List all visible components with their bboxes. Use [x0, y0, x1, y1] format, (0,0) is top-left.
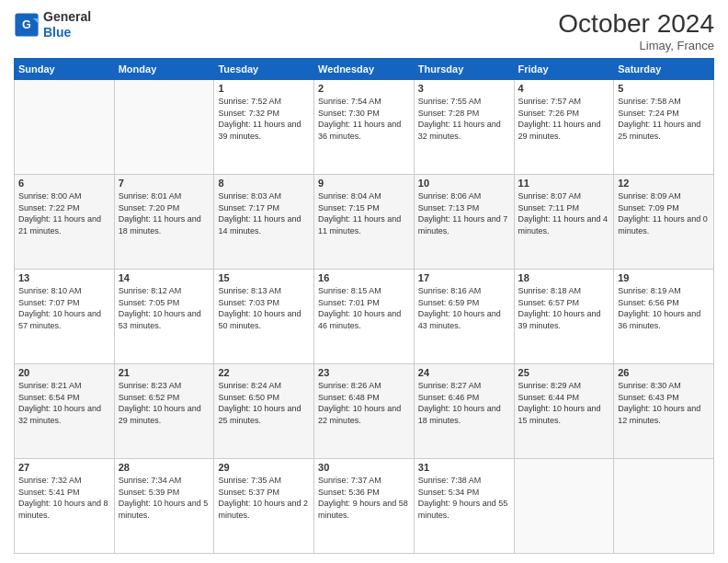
calendar-cell: 31Sunrise: 7:38 AMSunset: 5:34 PMDayligh…: [414, 459, 514, 554]
calendar-cell: 28Sunrise: 7:34 AMSunset: 5:39 PMDayligh…: [114, 459, 214, 554]
day-info: Sunrise: 7:34 AMSunset: 5:39 PMDaylight:…: [119, 475, 210, 521]
logo-line2: Blue: [43, 25, 91, 40]
calendar-cell: 15Sunrise: 8:13 AMSunset: 7:03 PMDayligh…: [214, 270, 314, 364]
page: G General Blue October 2024 Limay, Franc…: [0, 0, 728, 563]
day-number: 28: [119, 462, 210, 473]
calendar-week-row: 20Sunrise: 8:21 AMSunset: 6:54 PMDayligh…: [15, 364, 714, 459]
calendar-week-row: 6Sunrise: 8:00 AMSunset: 7:22 PMDaylight…: [15, 175, 714, 270]
day-number: 30: [318, 462, 410, 473]
day-header-sunday: Sunday: [15, 59, 115, 80]
day-info: Sunrise: 7:58 AMSunset: 7:24 PMDaylight:…: [618, 96, 710, 142]
day-number: 10: [418, 178, 510, 189]
logo: G General Blue: [14, 9, 91, 40]
day-number: 3: [418, 83, 510, 94]
calendar-week-row: 1Sunrise: 7:52 AMSunset: 7:32 PMDaylight…: [15, 80, 714, 175]
day-info: Sunrise: 8:12 AMSunset: 7:05 PMDaylight:…: [119, 285, 210, 331]
day-header-thursday: Thursday: [414, 59, 514, 80]
calendar-cell: 25Sunrise: 8:29 AMSunset: 6:44 PMDayligh…: [514, 364, 614, 459]
calendar-week-row: 27Sunrise: 7:32 AMSunset: 5:41 PMDayligh…: [15, 459, 714, 554]
day-info: Sunrise: 8:30 AMSunset: 6:43 PMDaylight:…: [618, 380, 710, 426]
calendar-cell: [15, 80, 115, 175]
day-number: 16: [318, 272, 410, 283]
day-info: Sunrise: 7:37 AMSunset: 5:36 PMDaylight:…: [318, 475, 410, 521]
day-info: Sunrise: 7:32 AMSunset: 5:41 PMDaylight:…: [18, 475, 110, 521]
day-number: 24: [418, 367, 510, 378]
day-number: 2: [318, 83, 410, 94]
day-info: Sunrise: 8:07 AMSunset: 7:11 PMDaylight:…: [518, 190, 610, 236]
day-info: Sunrise: 7:52 AMSunset: 7:32 PMDaylight:…: [218, 96, 310, 142]
day-info: Sunrise: 8:00 AMSunset: 7:22 PMDaylight:…: [18, 190, 110, 236]
calendar-cell: [114, 80, 214, 175]
day-info: Sunrise: 8:10 AMSunset: 7:07 PMDaylight:…: [18, 285, 110, 331]
day-number: 21: [119, 367, 210, 378]
day-info: Sunrise: 8:26 AMSunset: 6:48 PMDaylight:…: [318, 380, 410, 426]
day-number: 7: [119, 178, 210, 189]
day-number: 4: [518, 83, 610, 94]
day-number: 17: [418, 272, 510, 283]
day-info: Sunrise: 7:38 AMSunset: 5:34 PMDaylight:…: [418, 475, 510, 521]
day-number: 1: [218, 83, 310, 94]
calendar-cell: 7Sunrise: 8:01 AMSunset: 7:20 PMDaylight…: [114, 175, 214, 270]
day-header-friday: Friday: [514, 59, 614, 80]
title-section: October 2024 Limay, France: [558, 9, 714, 52]
day-number: 8: [218, 178, 310, 189]
calendar-cell: 16Sunrise: 8:15 AMSunset: 7:01 PMDayligh…: [314, 270, 415, 364]
day-info: Sunrise: 8:27 AMSunset: 6:46 PMDaylight:…: [418, 380, 510, 426]
calendar-cell: 22Sunrise: 8:24 AMSunset: 6:50 PMDayligh…: [214, 364, 314, 459]
calendar-cell: 18Sunrise: 8:18 AMSunset: 6:57 PMDayligh…: [514, 270, 614, 364]
calendar-cell: [614, 459, 714, 554]
calendar-cell: 23Sunrise: 8:26 AMSunset: 6:48 PMDayligh…: [314, 364, 415, 459]
day-header-wednesday: Wednesday: [314, 59, 415, 80]
day-number: 29: [218, 462, 310, 473]
day-number: 25: [518, 367, 610, 378]
day-info: Sunrise: 8:04 AMSunset: 7:15 PMDaylight:…: [318, 190, 410, 236]
day-info: Sunrise: 8:19 AMSunset: 6:56 PMDaylight:…: [618, 285, 710, 331]
location: Limay, France: [558, 39, 714, 52]
calendar-header-row: SundayMondayTuesdayWednesdayThursdayFrid…: [15, 59, 714, 80]
day-number: 12: [618, 178, 710, 189]
header: G General Blue October 2024 Limay, Franc…: [14, 9, 714, 52]
calendar-cell: [514, 459, 614, 554]
calendar-body: 1Sunrise: 7:52 AMSunset: 7:32 PMDaylight…: [15, 80, 714, 554]
day-header-monday: Monday: [114, 59, 214, 80]
calendar-table: SundayMondayTuesdayWednesdayThursdayFrid…: [14, 58, 714, 554]
calendar-cell: 17Sunrise: 8:16 AMSunset: 6:59 PMDayligh…: [414, 270, 514, 364]
day-header-saturday: Saturday: [614, 59, 714, 80]
calendar-cell: 29Sunrise: 7:35 AMSunset: 5:37 PMDayligh…: [214, 459, 314, 554]
calendar-cell: 11Sunrise: 8:07 AMSunset: 7:11 PMDayligh…: [514, 175, 614, 270]
day-info: Sunrise: 7:35 AMSunset: 5:37 PMDaylight:…: [218, 475, 310, 521]
day-number: 18: [518, 272, 610, 283]
day-number: 6: [18, 178, 110, 189]
day-info: Sunrise: 8:24 AMSunset: 6:50 PMDaylight:…: [218, 380, 310, 426]
day-info: Sunrise: 8:18 AMSunset: 6:57 PMDaylight:…: [518, 285, 610, 331]
day-number: 27: [18, 462, 110, 473]
month-title: October 2024: [558, 9, 714, 39]
calendar-week-row: 13Sunrise: 8:10 AMSunset: 7:07 PMDayligh…: [15, 270, 714, 364]
calendar-cell: 24Sunrise: 8:27 AMSunset: 6:46 PMDayligh…: [414, 364, 514, 459]
day-info: Sunrise: 8:21 AMSunset: 6:54 PMDaylight:…: [18, 380, 110, 426]
logo-line1: General: [43, 9, 91, 25]
day-info: Sunrise: 8:09 AMSunset: 7:09 PMDaylight:…: [618, 190, 710, 236]
calendar-cell: 13Sunrise: 8:10 AMSunset: 7:07 PMDayligh…: [15, 270, 115, 364]
day-number: 20: [18, 367, 110, 378]
day-info: Sunrise: 8:13 AMSunset: 7:03 PMDaylight:…: [218, 285, 310, 331]
day-number: 23: [318, 367, 410, 378]
calendar-cell: 6Sunrise: 8:00 AMSunset: 7:22 PMDaylight…: [15, 175, 115, 270]
calendar-cell: 8Sunrise: 8:03 AMSunset: 7:17 PMDaylight…: [214, 175, 314, 270]
day-info: Sunrise: 7:54 AMSunset: 7:30 PMDaylight:…: [318, 96, 410, 142]
calendar-cell: 30Sunrise: 7:37 AMSunset: 5:36 PMDayligh…: [314, 459, 415, 554]
day-number: 22: [218, 367, 310, 378]
day-number: 26: [618, 367, 710, 378]
calendar-cell: 19Sunrise: 8:19 AMSunset: 6:56 PMDayligh…: [614, 270, 714, 364]
day-number: 13: [18, 272, 110, 283]
day-info: Sunrise: 8:16 AMSunset: 6:59 PMDaylight:…: [418, 285, 510, 331]
calendar-cell: 10Sunrise: 8:06 AMSunset: 7:13 PMDayligh…: [414, 175, 514, 270]
calendar-cell: 14Sunrise: 8:12 AMSunset: 7:05 PMDayligh…: [114, 270, 214, 364]
calendar-cell: 1Sunrise: 7:52 AMSunset: 7:32 PMDaylight…: [214, 80, 314, 175]
calendar-cell: 3Sunrise: 7:55 AMSunset: 7:28 PMDaylight…: [414, 80, 514, 175]
calendar-cell: 26Sunrise: 8:30 AMSunset: 6:43 PMDayligh…: [614, 364, 714, 459]
day-info: Sunrise: 8:03 AMSunset: 7:17 PMDaylight:…: [218, 190, 310, 236]
day-info: Sunrise: 8:15 AMSunset: 7:01 PMDaylight:…: [318, 285, 410, 331]
day-info: Sunrise: 7:57 AMSunset: 7:26 PMDaylight:…: [518, 96, 610, 142]
calendar-cell: 12Sunrise: 8:09 AMSunset: 7:09 PMDayligh…: [614, 175, 714, 270]
